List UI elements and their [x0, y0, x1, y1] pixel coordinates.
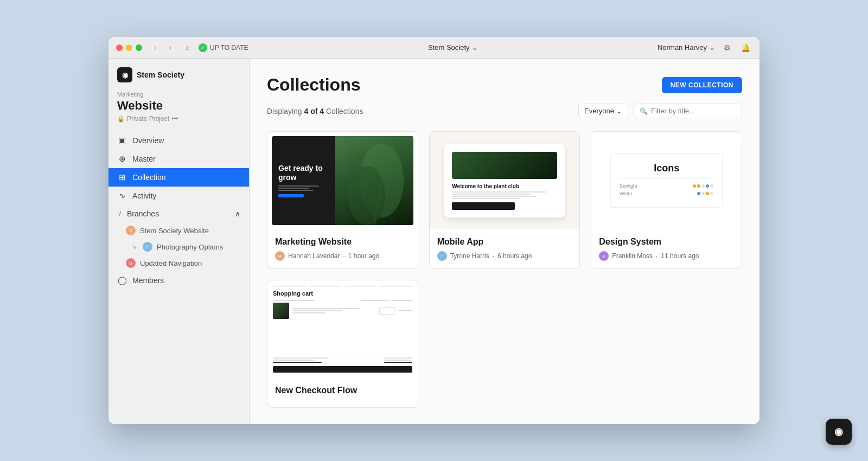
card-info-marketing: Marketing Website H Hannah Lavendar · 1 …: [267, 229, 418, 268]
sidebar-item-master[interactable]: ⊕ Master: [108, 150, 249, 168]
thumb-qty-box: [379, 307, 395, 315]
branch-avatar-stem: S: [126, 226, 136, 235]
author-name-mobile: Tyrone Harris: [450, 252, 489, 260]
master-icon: ⊕: [117, 154, 127, 164]
user-menu[interactable]: Norman Harvey ⌄: [658, 43, 715, 52]
collection-icon: ⊞: [117, 172, 127, 182]
branch-item-stem-society[interactable]: S Stem Society Website: [117, 222, 249, 239]
branches-collapse-icon: ∧: [235, 209, 240, 218]
members-icon: ◯: [117, 276, 127, 285]
window-title-chevron: ⌄: [472, 43, 478, 52]
close-button[interactable]: [116, 44, 123, 51]
author-avatar-marketing: H: [275, 251, 285, 261]
thumb-mobile-img: [452, 152, 557, 179]
filter-chevron-icon: ⌄: [616, 107, 622, 115]
sidebar-item-activity[interactable]: ∿ Activity: [108, 187, 249, 205]
more-icon: •••: [171, 115, 178, 123]
new-collection-button[interactable]: NEW COLLECTION: [662, 77, 742, 93]
thumb-mobile-headline: Welcome to the plant club: [452, 183, 557, 189]
branch-item-photography[interactable]: ↳ P Photography Options: [117, 239, 249, 255]
thumb-mobile: Welcome to the plant club: [430, 132, 580, 229]
branch-avatar-navigation: U: [126, 258, 136, 268]
card-info-mobile: Mobile App T Tyrone Harris · 6 hours ago: [430, 229, 580, 268]
collection-card-marketing[interactable]: Get ready to grow: [267, 131, 418, 269]
minimize-button[interactable]: [126, 44, 132, 51]
everyone-filter[interactable]: Everyone ⌄: [578, 104, 628, 118]
card-title-mobile: Mobile App: [437, 237, 572, 247]
card-info-checkout: New Checkout Flow: [267, 378, 418, 407]
card-author-marketing: H Hannah Lavendar · 1 hour ago: [275, 251, 410, 261]
sidebar-item-label-overview: Overview: [132, 136, 164, 145]
activity-icon: ∿: [117, 191, 127, 201]
window-title-area: Stem Society ⌄: [248, 43, 658, 52]
count-value: 4 of 4: [304, 107, 324, 116]
uptodate-check-icon: ✓: [199, 43, 207, 52]
card-title-checkout: New Checkout Flow: [275, 386, 410, 395]
sidebar: ◉ Stem Society Marketing Website 🔒 Priva…: [108, 59, 250, 424]
forward-button[interactable]: ›: [164, 41, 177, 54]
branch-item-navigation[interactable]: U Updated Navigation: [117, 255, 249, 271]
sidebar-item-overview[interactable]: ▣ Overview: [108, 131, 249, 150]
back-button[interactable]: ‹: [149, 41, 162, 54]
search-input[interactable]: [651, 107, 736, 115]
titlebar: ‹ › ⌂ ✓ UP TO DATE Stem Society ⌄ Norman…: [108, 37, 760, 59]
thumb-checkout-cta: [273, 366, 412, 373]
author-time-design: 11 hours ago: [661, 252, 699, 260]
thumb-design-title: Icons: [620, 163, 713, 174]
author-dot-mobile: ·: [493, 252, 494, 260]
card-title-marketing: Marketing Website: [275, 237, 410, 247]
thumb-plant-image: [335, 136, 413, 225]
uptodate-indicator: ✓ UP TO DATE: [199, 43, 248, 52]
window-title: Stem Society: [428, 43, 470, 52]
filters: Everyone ⌄ 🔍: [578, 104, 742, 118]
nav-buttons: ‹ ›: [149, 41, 177, 54]
content-area: Collections NEW COLLECTION Displaying 4 …: [250, 59, 760, 424]
sidebar-item-members[interactable]: ◯ Members: [108, 271, 249, 290]
collection-card-checkout[interactable]: Shopping cart: [267, 280, 418, 408]
thumb-summary: [273, 355, 412, 373]
overview-icon: ▣: [117, 136, 127, 145]
filter-label: Everyone: [584, 107, 614, 115]
thumb-mobile-cta: [452, 202, 515, 210]
content-header: Collections NEW COLLECTION: [267, 75, 742, 95]
author-name-marketing: Hannah Lavendar: [288, 252, 340, 260]
author-time-marketing: 1 hour ago: [348, 252, 379, 260]
search-icon: 🔍: [640, 107, 648, 115]
thumb-product-image: [273, 303, 289, 319]
sidebar-nav: ▣ Overview ⊕ Master ⊞ Collection ∿ Activ…: [108, 131, 249, 290]
collection-card-mobile[interactable]: Welcome to the plant club: [429, 131, 580, 269]
settings-icon[interactable]: ⚙: [720, 41, 733, 54]
private-label: Private Project: [127, 115, 169, 123]
project-meta: 🔒 Private Project •••: [117, 115, 240, 123]
card-thumbnail-design: Icons Sunlight: [591, 132, 742, 229]
card-author-design: F Franklin Moss · 11 hours ago: [599, 251, 734, 261]
user-name: Norman Harvey: [658, 43, 707, 52]
user-chevron-icon: ⌄: [709, 43, 715, 52]
uptodate-label: UP TO DATE: [210, 44, 248, 52]
thumb-design: Icons Sunlight: [591, 132, 742, 229]
search-box[interactable]: 🔍: [634, 104, 742, 118]
titlebar-right: Norman Harvey ⌄ ⚙ 🔔: [658, 41, 752, 54]
app-window: ‹ › ⌂ ✓ UP TO DATE Stem Society ⌄ Norman…: [108, 37, 760, 424]
card-info-design: Design System F Franklin Moss · 11 hours…: [591, 229, 742, 268]
sidebar-header: ◉ Stem Society: [108, 67, 249, 91]
project-label: Marketing: [117, 91, 240, 98]
fullscreen-button[interactable]: [136, 44, 142, 51]
sub-branch-indicator: ↳: [132, 244, 137, 251]
home-button[interactable]: ⌂: [181, 41, 194, 54]
card-thumbnail-marketing: Get ready to grow: [267, 132, 418, 229]
card-thumbnail-mobile: Welcome to the plant club: [430, 132, 580, 229]
thumb-mobile-card: Welcome to the plant club: [444, 144, 564, 217]
branches-icon: ⑂: [117, 209, 122, 218]
main-layout: ◉ Stem Society Marketing Website 🔒 Priva…: [108, 59, 760, 424]
project-name: Website: [117, 99, 240, 113]
branches-label: Branches: [127, 209, 159, 218]
notification-icon[interactable]: 🔔: [739, 41, 752, 54]
sidebar-item-collection[interactable]: ⊞ Collection: [108, 168, 249, 187]
collection-card-design[interactable]: Icons Sunlight: [591, 131, 742, 269]
page-title: Collections: [267, 75, 360, 95]
sidebar-item-label-master: Master: [132, 155, 156, 163]
thumb-checkout-title: Shopping cart: [273, 290, 412, 297]
branches-section[interactable]: ⑂ Branches ∧: [108, 205, 249, 222]
branch-label-photography: Photography Options: [157, 243, 223, 251]
